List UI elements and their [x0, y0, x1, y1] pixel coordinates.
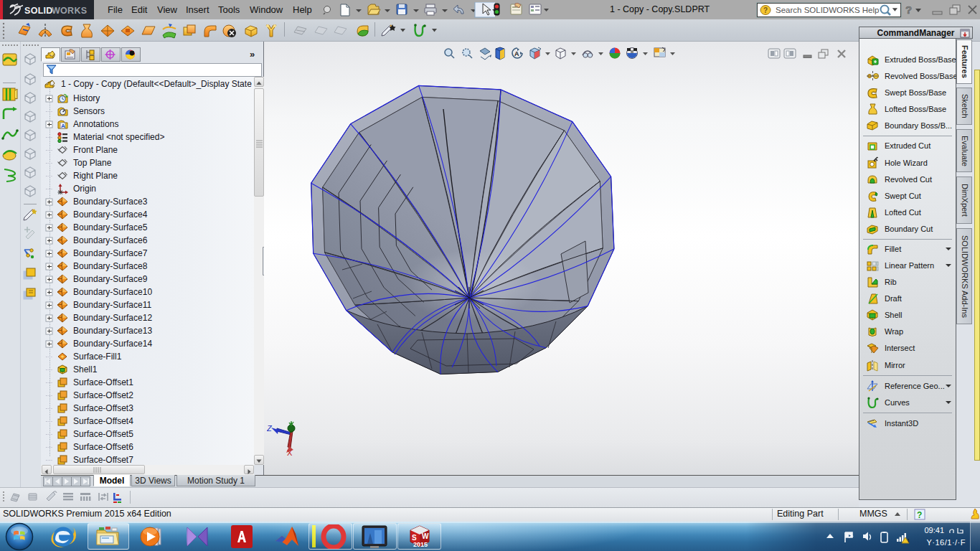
svg-text:A: A: [514, 50, 519, 57]
svg-text:?: ?: [905, 4, 912, 16]
svg-text:?: ?: [917, 510, 922, 520]
svg-text:?: ?: [763, 6, 768, 14]
svg-text:SOLID: SOLID: [24, 6, 53, 16]
svg-text:!: !: [908, 538, 909, 543]
svg-text:W: W: [422, 532, 429, 540]
svg-text:Z: Z: [267, 424, 273, 433]
svg-text:X: X: [287, 448, 293, 456]
svg-text:WORKS: WORKS: [52, 6, 87, 16]
svg-text:2015: 2015: [413, 541, 428, 548]
svg-text:A: A: [61, 123, 65, 129]
